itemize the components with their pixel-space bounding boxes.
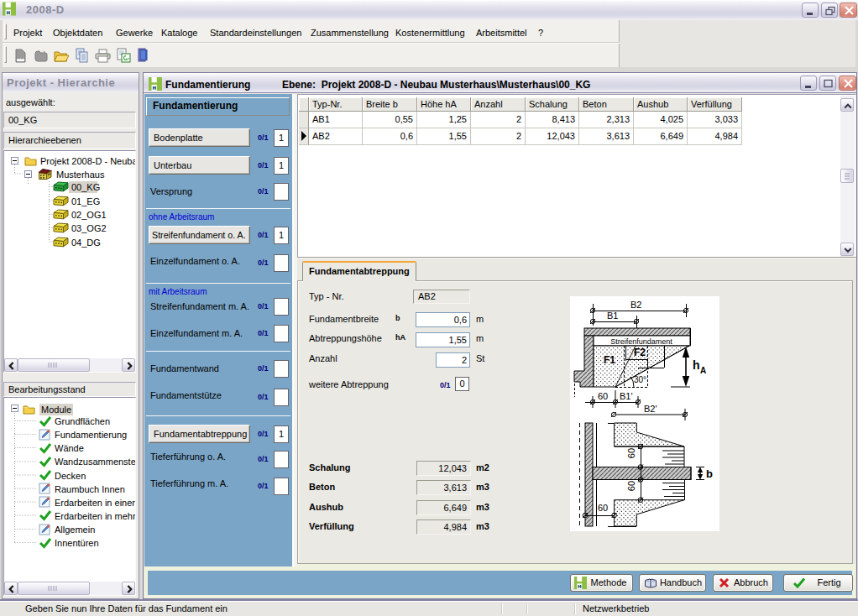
svg-text:h: h <box>693 358 700 372</box>
svg-text:60: 60 <box>598 503 608 513</box>
svg-text:30°: 30° <box>634 375 646 384</box>
svg-text:F1: F1 <box>604 354 615 366</box>
svg-text:F2: F2 <box>634 347 646 358</box>
svg-text:B1: B1 <box>607 311 618 321</box>
svg-text:b: b <box>706 467 713 480</box>
svg-text:60: 60 <box>626 448 636 458</box>
svg-text:Streifenfundament: Streifenfundament <box>610 337 672 346</box>
svg-text:60: 60 <box>598 391 608 401</box>
svg-text:B2': B2' <box>644 404 657 414</box>
svg-text:60: 60 <box>626 481 636 491</box>
svg-text:A: A <box>700 366 706 375</box>
svg-text:B1': B1' <box>620 391 633 401</box>
svg-text:B2: B2 <box>630 300 641 310</box>
